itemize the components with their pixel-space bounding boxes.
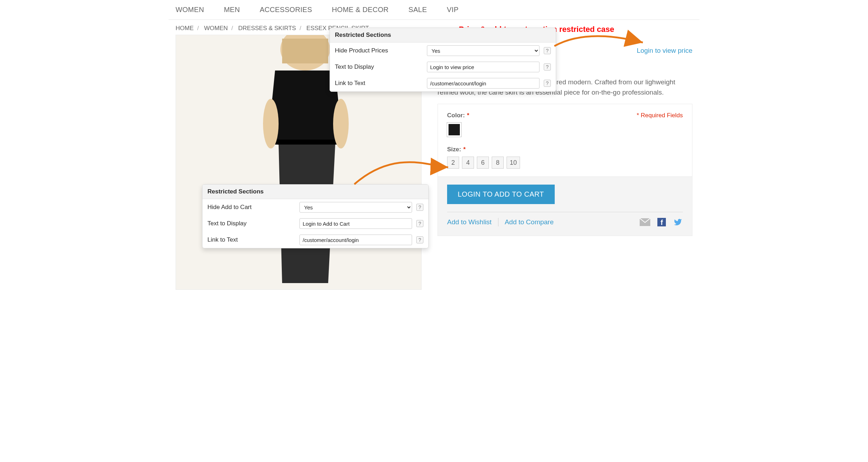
restricted-sections-price-panel: Restricted Sections Hide Product Prices … <box>330 28 556 92</box>
color-swatch-black[interactable] <box>447 123 461 137</box>
size-option[interactable]: 4 <box>462 157 474 169</box>
size-option[interactable]: 8 <box>492 157 504 169</box>
text-to-display-label: Text to Display <box>207 220 295 227</box>
help-icon[interactable]: ? <box>416 220 423 227</box>
help-icon[interactable]: ? <box>544 80 551 87</box>
link-to-text-label: Link to Text <box>335 80 423 87</box>
help-icon[interactable]: ? <box>416 236 423 243</box>
text-to-display-input[interactable] <box>427 62 539 72</box>
nav-vip[interactable]: VIP <box>447 6 458 14</box>
svg-point-4 <box>263 99 279 148</box>
product-options: * Required Fields Color:* Size:* 2 4 6 8… <box>438 104 692 177</box>
add-to-compare-link[interactable]: Add to Compare <box>505 218 554 226</box>
required-fields-label: * Required Fields <box>637 112 683 119</box>
hide-prices-label: Hide Product Prices <box>335 47 423 54</box>
hide-add-to-cart-select[interactable]: Yes <box>299 202 412 213</box>
color-label: Color: <box>447 112 465 119</box>
nav-men[interactable]: MEN <box>224 6 240 14</box>
crumb-home[interactable]: HOME <box>176 25 194 32</box>
help-icon[interactable]: ? <box>544 63 551 71</box>
facebook-icon[interactable]: f <box>657 218 666 226</box>
login-to-view-price-link[interactable]: Login to view price <box>637 47 692 55</box>
size-option[interactable]: 2 <box>447 157 459 169</box>
text-to-display-input[interactable] <box>299 218 412 229</box>
crumb-women[interactable]: WOMEN <box>204 25 228 32</box>
nav-sale[interactable]: SALE <box>409 6 427 14</box>
size-label: Size: <box>447 146 461 153</box>
panel-title: Restricted Sections <box>202 185 428 199</box>
crumb-category[interactable]: DRESSES & SKIRTS <box>238 25 296 32</box>
add-to-cart-box: LOGIN TO ADD TO CART Add to Wishlist Add… <box>438 177 692 236</box>
panel-title: Restricted Sections <box>330 28 556 43</box>
restricted-sections-cart-panel: Restricted Sections Hide Add to Cart Yes… <box>202 184 429 248</box>
nav-accessories[interactable]: ACCESSORIES <box>260 6 312 14</box>
nav-women[interactable]: WOMEN <box>176 6 204 14</box>
size-option[interactable]: 6 <box>477 157 489 169</box>
main-nav: WOMEN MEN ACCESSORIES HOME & DECOR SALE … <box>169 0 699 20</box>
link-to-text-label: Link to Text <box>207 236 295 243</box>
hide-prices-select[interactable]: Yes <box>427 45 539 56</box>
link-to-text-input[interactable] <box>299 235 412 245</box>
nav-home-decor[interactable]: HOME & DECOR <box>332 6 389 14</box>
text-to-display-label: Text to Display <box>335 63 423 71</box>
help-icon[interactable]: ? <box>544 47 551 54</box>
twitter-icon[interactable] <box>673 218 683 226</box>
svg-text:f: f <box>661 219 663 226</box>
hide-add-to-cart-label: Hide Add to Cart <box>207 204 295 211</box>
svg-point-5 <box>333 99 349 148</box>
svg-rect-2 <box>282 39 328 63</box>
login-to-add-to-cart-button[interactable]: LOGIN TO ADD TO CART <box>447 185 555 204</box>
help-icon[interactable]: ? <box>416 204 423 211</box>
link-to-text-input[interactable] <box>427 78 539 89</box>
add-to-wishlist-link[interactable]: Add to Wishlist <box>447 218 492 226</box>
size-option[interactable]: 10 <box>507 157 520 169</box>
svg-rect-3 <box>275 140 339 145</box>
email-icon[interactable] <box>640 218 650 226</box>
